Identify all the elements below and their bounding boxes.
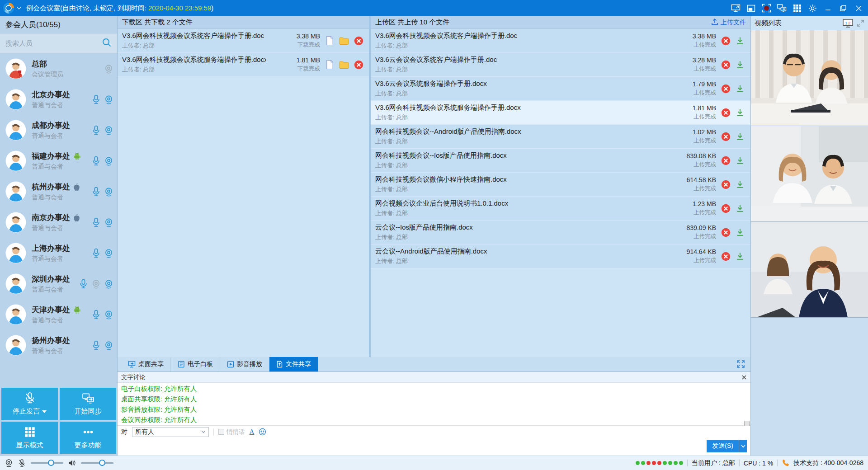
- delete-file-icon[interactable]: [721, 36, 731, 46]
- participant-row[interactable]: 深圳办事处普通与会者: [0, 268, 117, 299]
- mic-icon[interactable]: [91, 156, 101, 166]
- tab-desktop-share[interactable]: 桌面共享: [121, 357, 171, 371]
- mic-icon[interactable]: [91, 340, 101, 350]
- font-button[interactable]: A: [250, 428, 255, 436]
- file-row[interactable]: 网会科技视频会议微信小程序快速指南.docx上传者: 总部614.58 KB上传…: [371, 173, 750, 197]
- delete-file-icon[interactable]: [721, 60, 731, 70]
- delete-file-icon[interactable]: [721, 203, 731, 213]
- audience-select[interactable]: 所有人: [132, 427, 209, 437]
- delete-file-icon[interactable]: [721, 227, 731, 237]
- delete-file-icon[interactable]: [721, 108, 731, 118]
- tab-media-play[interactable]: 影音播放: [220, 357, 269, 371]
- download-file-icon[interactable]: [735, 84, 745, 94]
- mic-icon[interactable]: [91, 310, 101, 320]
- display-mode-button[interactable]: 显示模式: [1, 422, 58, 454]
- download-file-icon[interactable]: [735, 132, 745, 141]
- screen-layout-icon[interactable]: 12: [843, 19, 853, 28]
- camera-icon[interactable]: [104, 279, 113, 289]
- stop-speaking-button[interactable]: 停止发言: [1, 388, 58, 420]
- delete-file-icon[interactable]: [721, 84, 731, 94]
- participant-row[interactable]: 扬州办事处普通与会者: [0, 330, 117, 361]
- send-button[interactable]: 发送(S): [707, 440, 747, 452]
- participant-row[interactable]: 上海办事处普通与会者: [0, 238, 117, 268]
- delete-file-icon[interactable]: [721, 179, 731, 189]
- more-functions-button[interactable]: 更多功能: [60, 422, 116, 454]
- sync-displays-icon[interactable]: [774, 1, 789, 15]
- mic-volume-knob[interactable]: [48, 460, 54, 466]
- camera-icon[interactable]: [104, 126, 113, 135]
- participant-row[interactable]: 福建办事处普通与会者: [0, 146, 117, 176]
- camera-icon[interactable]: [104, 95, 113, 104]
- download-file-icon[interactable]: [735, 251, 745, 261]
- participant-row[interactable]: 北京办事处普通与会者: [0, 84, 117, 115]
- screen-share-icon[interactable]: [728, 1, 743, 15]
- send-label[interactable]: 发送(S): [707, 440, 739, 452]
- participant-row[interactable]: 天津办事处普通与会者: [0, 299, 117, 330]
- mic-icon[interactable]: [79, 279, 88, 289]
- download-file-icon[interactable]: [735, 179, 745, 189]
- search-icon[interactable]: [102, 38, 112, 49]
- maximize-icon[interactable]: [835, 1, 851, 15]
- tab-whiteboard[interactable]: 电子白板: [171, 357, 220, 371]
- mic-icon[interactable]: [91, 125, 101, 135]
- download-file-icon[interactable]: [735, 227, 745, 237]
- participant-row[interactable]: 总部会议管理员: [0, 53, 117, 84]
- open-folder-icon[interactable]: [339, 60, 349, 70]
- camera-disabled-icon[interactable]: [91, 279, 101, 289]
- mic-icon[interactable]: [91, 248, 101, 258]
- speaker-volume-slider[interactable]: [81, 462, 113, 464]
- mic-icon[interactable]: [91, 217, 101, 227]
- camera-disabled-icon[interactable]: [104, 64, 113, 74]
- menu-chevron-icon[interactable]: [16, 4, 22, 12]
- file-row[interactable]: V3.6网会科技视频会议系统服务端操作手册.docx上传者: 总部1.81 MB…: [118, 53, 369, 77]
- mic-icon[interactable]: [91, 187, 101, 197]
- fullscreen-icon[interactable]: [743, 1, 759, 15]
- download-file-icon[interactable]: [735, 203, 745, 213]
- download-file-icon[interactable]: [735, 108, 745, 118]
- close-icon[interactable]: [741, 375, 747, 380]
- video-thumbnail[interactable]: [751, 126, 868, 222]
- participant-row[interactable]: 成都办事处普通与会者: [0, 115, 117, 146]
- file-row[interactable]: V3.6云会议会议系统客户端操作手册.doc上传者: 总部3.28 MB上传完成: [371, 53, 750, 77]
- expand-icon[interactable]: [736, 360, 745, 370]
- minimize-icon[interactable]: [820, 1, 835, 15]
- send-dropdown-icon[interactable]: [739, 440, 747, 452]
- camera-icon[interactable]: [104, 310, 113, 320]
- video-thumbnail[interactable]: [751, 30, 868, 126]
- mic-icon[interactable]: [91, 94, 101, 104]
- mic-volume-slider[interactable]: [31, 462, 63, 464]
- delete-file-icon[interactable]: [721, 251, 731, 261]
- start-sync-button[interactable]: 开始同步: [60, 388, 116, 420]
- tab-file-share[interactable]: 文件共享: [269, 357, 318, 371]
- open-folder-icon[interactable]: [339, 36, 349, 46]
- file-row[interactable]: 网会视频会议企业后台使用说明书1.0.1.docx上传者: 总部1.23 MB上…: [371, 197, 750, 221]
- scrollbar-thumb[interactable]: [744, 421, 750, 426]
- file-row[interactable]: 云会议--Android版产品使用指南.docx上传者: 总部914.64 KB…: [371, 244, 750, 268]
- delete-file-icon[interactable]: [721, 155, 731, 165]
- whisper-checkbox[interactable]: [218, 429, 224, 435]
- video-thumbnail[interactable]: [751, 222, 868, 318]
- speaker-volume-knob[interactable]: [99, 460, 105, 466]
- video-expand-icon[interactable]: [857, 19, 864, 27]
- file-row[interactable]: V3.6网会科技视频会议系统客户端操作手册.doc上传者: 总部3.38 MB上…: [371, 29, 750, 53]
- file-row[interactable]: 网会科技视频会议--Android版产品使用指南.docx上传者: 总部1.02…: [371, 125, 750, 149]
- camera-icon[interactable]: [104, 249, 113, 258]
- file-row[interactable]: V3.6网会科技视频会议系统服务端操作手册.docx上传者: 总部1.81 MB…: [371, 101, 750, 125]
- file-row[interactable]: V3.6网会科技视频会议系统客户端操作手册.doc上传者: 总部3.38 MB下…: [118, 29, 369, 53]
- search-input[interactable]: 搜索人员: [0, 33, 117, 53]
- camera-icon[interactable]: [104, 156, 113, 166]
- emoji-icon[interactable]: [259, 428, 266, 436]
- chat-scrollbar[interactable]: [744, 385, 750, 426]
- dropdown-arrow-icon[interactable]: [42, 410, 47, 413]
- apps-grid-icon[interactable]: [789, 1, 805, 15]
- camera-icon[interactable]: [104, 218, 113, 227]
- download-file-icon[interactable]: [735, 155, 745, 165]
- camera-icon[interactable]: [104, 187, 113, 197]
- download-file-icon[interactable]: [735, 36, 745, 46]
- participant-row[interactable]: 杭州办事处普通与会者: [0, 176, 117, 207]
- file-row[interactable]: 网会科技视频会议--Ios版产品使用指南.docx上传者: 总部839.08 K…: [371, 149, 750, 173]
- upload-file-button[interactable]: 上传文件: [711, 18, 746, 27]
- file-row[interactable]: 云会议--Ios版产品使用指南.docx上传者: 总部839.09 KB上传完成: [371, 221, 750, 244]
- settings-icon[interactable]: [805, 1, 820, 15]
- close-icon[interactable]: [851, 1, 866, 15]
